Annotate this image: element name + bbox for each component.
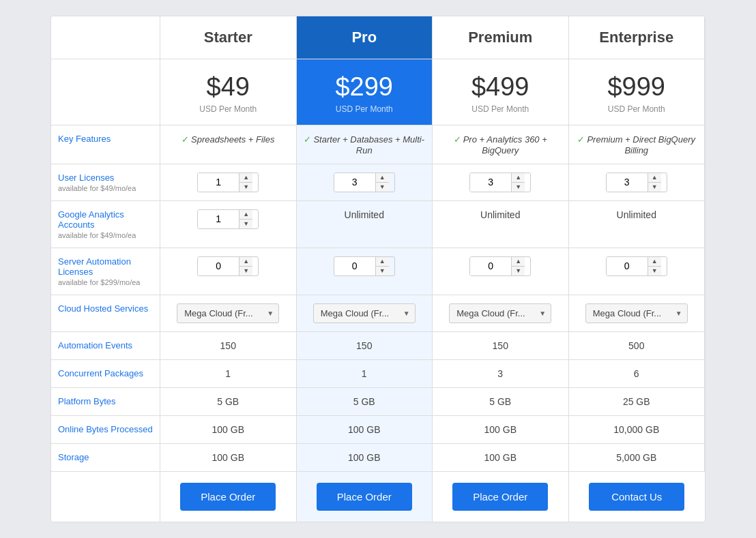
plan-header-starter: Starter <box>160 16 297 59</box>
spinner-input[interactable]: ▲ ▼ <box>606 256 667 276</box>
checkmark-icon: ✓ <box>181 134 189 145</box>
contact-us-button[interactable]: Contact Us <box>589 483 684 511</box>
spinner-down[interactable]: ▼ <box>648 267 661 275</box>
row-label-cloud-hosted: Cloud Hosted Services <box>51 295 160 332</box>
spinner-up[interactable]: ▲ <box>512 257 525 267</box>
spinner-input[interactable]: ▲ ▼ <box>197 209 259 229</box>
row-label-storage: Storage <box>51 444 160 472</box>
key-feature-starter: ✓Spreadsheets + Files <box>160 125 297 164</box>
spinner-input[interactable]: ▲ ▼ <box>197 256 259 276</box>
btn-label-cell <box>51 472 160 522</box>
spinner-down[interactable]: ▼ <box>512 267 525 275</box>
spinner-down[interactable]: ▼ <box>376 183 389 192</box>
user-licenses-enterprise[interactable]: ▲ ▼ <box>569 164 706 201</box>
key-feature-premium: ✓Pro + Analytics 360 + BigQuery <box>433 125 569 164</box>
cloud-hosted-select-wrap[interactable]: Mega Cloud (Fr... ▼ <box>313 303 416 323</box>
onlineBytesProcessed-premium: 100 GB <box>433 416 569 444</box>
spinner-up[interactable]: ▲ <box>648 173 661 183</box>
price-sub: USD Per Month <box>167 104 289 114</box>
user-licenses-starter[interactable]: ▲ ▼ <box>160 164 297 201</box>
price-sub: USD Per Month <box>304 104 426 114</box>
btn-cell-enterprise: Contact Us <box>569 472 706 522</box>
server-automation-pro[interactable]: ▲ ▼ <box>297 248 433 295</box>
key-feature-enterprise: ✓Premium + Direct BigQuery Billing <box>569 125 706 164</box>
row-label-concurrentPackages: Concurrent Packages <box>51 360 160 388</box>
concurrentPackages-starter: 1 <box>160 360 297 388</box>
cloud-hosted-enterprise[interactable]: Mega Cloud (Fr... ▼ <box>569 295 706 332</box>
price-amount: $499 <box>439 73 562 102</box>
spinner-input[interactable]: ▲ ▼ <box>606 173 667 192</box>
server-automation-enterprise[interactable]: ▲ ▼ <box>569 248 706 295</box>
onlineBytesProcessed-enterprise: 10,000 GB <box>569 416 706 444</box>
spinner-up[interactable]: ▲ <box>239 210 252 220</box>
cloud-hosted-select[interactable]: Mega Cloud (Fr... <box>585 303 688 323</box>
cloud-hosted-select-wrap[interactable]: Mega Cloud (Fr... ▼ <box>585 303 688 323</box>
spinner-down[interactable]: ▼ <box>239 220 252 228</box>
google-analytics-pro: Unlimited <box>297 201 433 248</box>
platformBytes-premium: 5 GB <box>433 388 569 416</box>
price-cell-starter: $49 USD Per Month <box>160 59 297 125</box>
cloud-hosted-select[interactable]: Mega Cloud (Fr... <box>177 303 279 323</box>
row-label-server-automation: Server Automation Licensesavailable for … <box>51 248 160 295</box>
concurrentPackages-pro: 1 <box>297 360 433 388</box>
row-label-key-features: Key Features <box>51 125 160 164</box>
automationEvents-starter: 150 <box>160 332 297 360</box>
spinner-down[interactable]: ▼ <box>648 183 661 192</box>
storage-starter: 100 GB <box>160 444 297 472</box>
spinner-up[interactable]: ▲ <box>648 257 661 267</box>
plan-header-enterprise: Enterprise <box>569 16 706 59</box>
spinner-down[interactable]: ▼ <box>239 267 252 275</box>
server-automation-starter[interactable]: ▲ ▼ <box>160 248 297 295</box>
spinner-input[interactable]: ▲ ▼ <box>469 256 531 276</box>
cloud-hosted-pro[interactable]: Mega Cloud (Fr... ▼ <box>297 295 433 332</box>
storage-enterprise: 5,000 GB <box>569 444 706 472</box>
platformBytes-enterprise: 25 GB <box>569 388 706 416</box>
plan-header-premium: Premium <box>433 16 569 59</box>
cloud-hosted-starter[interactable]: Mega Cloud (Fr... ▼ <box>160 295 297 332</box>
onlineBytesProcessed-pro: 100 GB <box>297 416 433 444</box>
spinner-up[interactable]: ▲ <box>512 173 525 183</box>
user-licenses-pro[interactable]: ▲ ▼ <box>297 164 433 201</box>
place-order-button[interactable]: Place Order <box>452 483 548 511</box>
price-sub: USD Per Month <box>439 104 562 114</box>
cloud-hosted-select-wrap[interactable]: Mega Cloud (Fr... ▼ <box>449 303 551 323</box>
spinner-input[interactable]: ▲ ▼ <box>197 173 259 192</box>
automationEvents-premium: 150 <box>433 332 569 360</box>
spinner-up[interactable]: ▲ <box>376 173 389 183</box>
pricing-table: StarterProPremiumEnterprise $49 USD Per … <box>50 16 706 522</box>
spinner-down[interactable]: ▼ <box>512 183 525 192</box>
automationEvents-enterprise: 500 <box>569 332 706 360</box>
spinner-up[interactable]: ▲ <box>376 257 389 267</box>
storage-pro: 100 GB <box>297 444 433 472</box>
cloud-hosted-select[interactable]: Mega Cloud (Fr... <box>313 303 416 323</box>
row-label-user-licenses: User Licensesavailable for $49/mo/ea <box>51 164 160 201</box>
google-analytics-starter[interactable]: ▲ ▼ <box>160 201 297 248</box>
automationEvents-pro: 150 <box>297 332 433 360</box>
price-label-cell <box>51 59 160 125</box>
spinner-down[interactable]: ▼ <box>376 267 389 275</box>
spinner-up[interactable]: ▲ <box>239 173 252 183</box>
spinner-input[interactable]: ▲ ▼ <box>469 173 531 192</box>
spinner-input[interactable]: ▲ ▼ <box>334 256 395 276</box>
price-cell-pro: $299 USD Per Month <box>297 59 433 125</box>
cloud-hosted-premium[interactable]: Mega Cloud (Fr... ▼ <box>433 295 569 332</box>
checkmark-icon: ✓ <box>454 134 461 145</box>
user-licenses-premium[interactable]: ▲ ▼ <box>433 164 569 201</box>
checkmark-icon: ✓ <box>304 134 311 145</box>
spinner-down[interactable]: ▼ <box>239 183 252 192</box>
checkmark-icon: ✓ <box>577 134 585 145</box>
cloud-hosted-select-wrap[interactable]: Mega Cloud (Fr... ▼ <box>177 303 279 323</box>
cloud-hosted-select[interactable]: Mega Cloud (Fr... <box>449 303 551 323</box>
google-analytics-premium: Unlimited <box>433 201 569 248</box>
place-order-button[interactable]: Place Order <box>180 483 276 511</box>
concurrentPackages-premium: 3 <box>433 360 569 388</box>
price-sub: USD Per Month <box>576 104 698 114</box>
spinner-input[interactable]: ▲ ▼ <box>334 173 395 192</box>
place-order-button[interactable]: Place Order <box>317 483 412 511</box>
plan-label-header <box>51 16 160 59</box>
price-amount: $999 <box>576 73 698 102</box>
row-label-google-analytics: Google Analytics Accountsavailable for $… <box>51 201 160 248</box>
server-automation-premium[interactable]: ▲ ▼ <box>433 248 569 295</box>
spinner-up[interactable]: ▲ <box>239 257 252 267</box>
storage-premium: 100 GB <box>433 444 569 472</box>
